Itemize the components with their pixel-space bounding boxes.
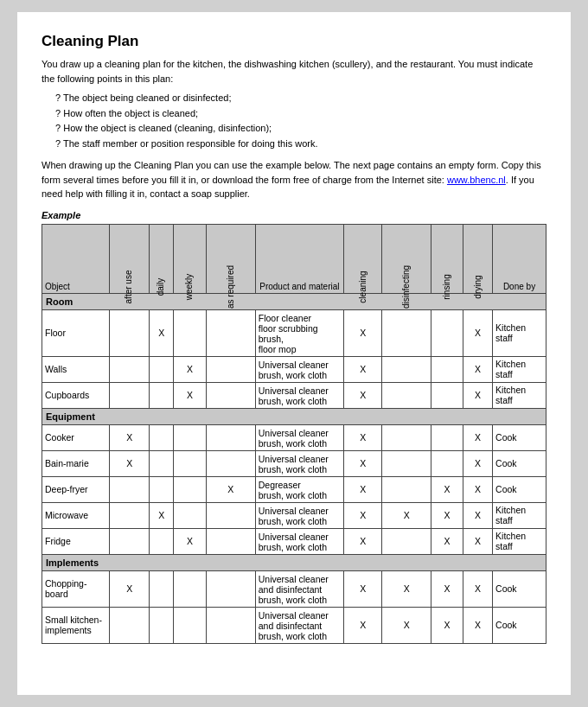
table-row: Chopping- boardXUniversal cleaner and di… <box>42 570 546 607</box>
cell-after_use <box>110 382 150 408</box>
cell-cleaning: X <box>344 502 382 528</box>
cell-done-by: Kitchen staff <box>493 528 546 554</box>
cell-done-by: Cook <box>493 450 546 476</box>
cell-product: Universal cleaner brush, work cloth <box>255 382 343 408</box>
cell-weekly <box>174 570 207 607</box>
cell-drying: X <box>463 424 492 450</box>
website-link[interactable]: www.bhenc.nl <box>447 175 506 185</box>
cell-disinfecting <box>382 424 431 450</box>
cell-done-by: Cook <box>493 570 546 607</box>
cell-daily <box>150 607 174 643</box>
cell-cleaning: X <box>344 570 382 607</box>
cell-rinsing: X <box>431 502 463 528</box>
cell-product: Universal cleaner and disinfectant brush… <box>255 570 343 607</box>
cell-daily <box>150 356 174 382</box>
table-row: WallsXUniversal cleaner brush, work clot… <box>42 356 546 382</box>
cell-cleaning: X <box>344 309 382 356</box>
cell-disinfecting: X <box>382 607 431 643</box>
page: Cleaning Plan You draw up a cleaning pla… <box>17 12 571 695</box>
cell-weekly: X <box>174 382 207 408</box>
cell-product: Universal cleaner and disinfectant brush… <box>255 607 343 643</box>
cell-cleaning: X <box>344 450 382 476</box>
cell-done-by: Kitchen staff <box>493 502 546 528</box>
section-row: Room <box>42 293 546 309</box>
cell-after_use <box>110 309 150 356</box>
cell-done-by: Kitchen staff <box>493 382 546 408</box>
cell-drying: X <box>463 309 492 356</box>
col-weekly: weekly <box>174 224 207 293</box>
cell-product: Universal cleaner brush, work cloth <box>255 450 343 476</box>
table-row: Bain-marieXUniversal cleaner brush, work… <box>42 450 546 476</box>
cell-product: Degreaser brush, work cloth <box>255 476 343 502</box>
cell-disinfecting <box>382 382 431 408</box>
col-drying: drying <box>463 224 492 293</box>
cell-daily <box>150 570 174 607</box>
cell-disinfecting: X <box>382 502 431 528</box>
cell-rinsing <box>431 424 463 450</box>
table-row: Deep-fryerXDegreaser brush, work clothXX… <box>42 476 546 502</box>
cell-cleaning: X <box>344 607 382 643</box>
cell-cleaning: X <box>344 424 382 450</box>
cell-object: Walls <box>42 356 110 382</box>
cell-after_use: X <box>110 424 150 450</box>
cell-after_use <box>110 356 150 382</box>
cell-after_use <box>110 502 150 528</box>
cell-disinfecting <box>382 356 431 382</box>
cell-object: Small kitchen- implements <box>42 607 110 643</box>
cell-as_required: X <box>206 476 255 502</box>
cell-as_required <box>206 570 255 607</box>
cell-cleaning: X <box>344 528 382 554</box>
cell-done-by: Kitchen staff <box>493 309 546 356</box>
cell-daily: X <box>150 502 174 528</box>
cell-disinfecting <box>382 309 431 356</box>
col-after-use: after use <box>110 224 150 293</box>
cell-rinsing <box>431 450 463 476</box>
cell-object: Chopping- board <box>42 570 110 607</box>
cell-cleaning: X <box>344 476 382 502</box>
col-rinsing: rinsing <box>431 224 463 293</box>
cell-drying: X <box>463 356 492 382</box>
bullet-4: The staff member or position responsible… <box>55 137 546 152</box>
cell-drying: X <box>463 382 492 408</box>
cell-object: Deep-fryer <box>42 476 110 502</box>
cell-drying: X <box>463 450 492 476</box>
cell-after_use <box>110 607 150 643</box>
cell-after_use: X <box>110 450 150 476</box>
section-row: Implements <box>42 554 546 570</box>
bullet-2: How often the object is cleaned; <box>55 106 546 122</box>
cell-object: Microwave <box>42 502 110 528</box>
cell-weekly <box>174 309 207 356</box>
cell-as_required <box>206 424 255 450</box>
cell-product: Universal cleaner brush, work cloth <box>255 356 343 382</box>
section-row: Equipment <box>42 408 546 424</box>
cell-after_use: X <box>110 570 150 607</box>
bullet-list: The object being cleaned or disinfected;… <box>55 91 546 151</box>
cell-as_required <box>206 502 255 528</box>
cell-done-by: Cook <box>493 424 546 450</box>
table-row: CookerXUniversal cleaner brush, work clo… <box>42 424 546 450</box>
cell-product: Universal cleaner brush, work cloth <box>255 502 343 528</box>
cell-drying: X <box>463 476 492 502</box>
cell-as_required <box>206 528 255 554</box>
col-object: Object <box>42 224 110 293</box>
cell-weekly: X <box>174 356 207 382</box>
cell-as_required <box>206 309 255 356</box>
table-row: MicrowaveXUniversal cleaner brush, work … <box>42 502 546 528</box>
cell-disinfecting <box>382 450 431 476</box>
cell-object: Cooker <box>42 424 110 450</box>
cell-daily <box>150 528 174 554</box>
cell-rinsing <box>431 382 463 408</box>
cell-drying: X <box>463 528 492 554</box>
cell-weekly <box>174 607 207 643</box>
col-product: Product and material <box>255 224 343 293</box>
cell-weekly <box>174 424 207 450</box>
cell-done-by: Cook <box>493 607 546 643</box>
cell-rinsing <box>431 309 463 356</box>
cell-drying: X <box>463 570 492 607</box>
cell-weekly <box>174 476 207 502</box>
bullet-3: How the object is cleaned (cleaning, dis… <box>55 121 546 137</box>
cell-disinfecting <box>382 476 431 502</box>
cell-as_required <box>206 450 255 476</box>
cell-rinsing: X <box>431 570 463 607</box>
col-daily: daily <box>150 224 174 293</box>
